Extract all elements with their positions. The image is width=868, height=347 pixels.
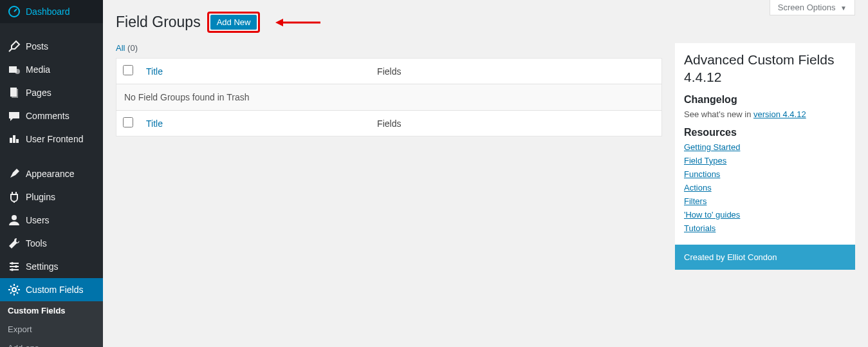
- sidebar-item-settings[interactable]: Settings: [0, 255, 103, 278]
- info-panel: Advanced Custom Fields 4.4.12 Changelog …: [675, 43, 855, 270]
- col-fields-footer: Fields: [371, 111, 661, 136]
- sidebar-item-custom-fields[interactable]: Custom Fields: [0, 278, 103, 301]
- dashboard-icon: [8, 5, 21, 18]
- tools-icon: [8, 237, 21, 250]
- page-title: Field Groups: [116, 14, 201, 31]
- changelog-version-link[interactable]: version 4.4.12: [753, 109, 806, 119]
- annotation-highlight: Add New: [207, 12, 261, 33]
- sidebar-label: Pages: [26, 88, 51, 98]
- sidebar-submenu: Custom Fields Export Add-ons: [0, 301, 103, 347]
- changelog-prefix: See what's new in: [684, 109, 753, 119]
- changelog-text: See what's new in version 4.4.12: [684, 109, 846, 119]
- svg-point-12: [11, 262, 14, 265]
- sidebar-label: User Frontend: [26, 134, 83, 144]
- panel-credit: Created by Elliot Condon: [675, 245, 855, 270]
- appearance-icon: [8, 167, 21, 180]
- sidebar-label: Settings: [26, 261, 59, 272]
- resources-heading: Resources: [684, 127, 846, 138]
- sidebar-label: Plugins: [26, 192, 55, 202]
- sidebar-item-pages[interactable]: Pages: [0, 81, 103, 104]
- screen-options-label: Screen Options: [778, 3, 836, 12]
- resource-link-actions[interactable]: Actions: [684, 183, 712, 192]
- filter-all-link[interactable]: All: [116, 43, 125, 53]
- resource-link-filters[interactable]: Filters: [684, 196, 706, 206]
- field-groups-table: Title Fields No Field Groups found in Tr…: [116, 58, 662, 136]
- media-icon: [8, 63, 21, 76]
- resources-list: Getting Started Field Types Functions Ac…: [684, 142, 846, 233]
- resource-link-getting-started[interactable]: Getting Started: [684, 142, 740, 152]
- select-all-checkbox-top[interactable]: [123, 65, 133, 75]
- resource-link-tutorials[interactable]: Tutorials: [684, 223, 716, 233]
- frontend-icon: [8, 133, 21, 145]
- table-empty-row: No Field Groups found in Trash: [116, 84, 662, 111]
- submenu-export[interactable]: Export: [0, 320, 103, 339]
- col-title-sort[interactable]: Title: [146, 66, 163, 77]
- sidebar-item-plugins[interactable]: Plugins: [0, 185, 103, 209]
- plugins-icon: [8, 191, 21, 203]
- sidebar-item-media[interactable]: Media: [0, 58, 103, 81]
- pages-icon: [8, 86, 21, 99]
- resource-link-functions[interactable]: Functions: [684, 169, 720, 179]
- sidebar-item-tools[interactable]: Tools: [0, 232, 103, 255]
- sidebar-item-user-frontend[interactable]: User Frontend: [0, 127, 103, 151]
- settings-icon: [8, 260, 21, 273]
- empty-message: No Field Groups found in Trash: [116, 84, 662, 111]
- sidebar-label: Users: [26, 215, 50, 225]
- sidebar-label: Posts: [26, 41, 48, 52]
- submenu-custom-fields[interactable]: Custom Fields: [0, 301, 103, 320]
- sidebar-label: Dashboard: [26, 6, 70, 17]
- screen-options-toggle[interactable]: Screen Options ▼: [770, 0, 855, 15]
- svg-rect-5: [10, 138, 12, 143]
- filter-links: All (0): [116, 43, 662, 53]
- sidebar-label: Media: [26, 64, 50, 75]
- col-title-sort-bottom[interactable]: Title: [146, 118, 163, 129]
- sidebar-item-appearance[interactable]: Appearance: [0, 162, 103, 185]
- panel-title: Advanced Custom Fields 4.4.12: [684, 51, 846, 86]
- sidebar-label: Tools: [26, 238, 47, 249]
- sidebar-item-dashboard[interactable]: Dashboard: [0, 0, 103, 23]
- sidebar-item-comments[interactable]: Comments: [0, 104, 103, 127]
- sidebar-item-posts[interactable]: Posts: [0, 35, 103, 58]
- users-icon: [8, 214, 21, 227]
- svg-point-13: [15, 265, 17, 268]
- comments-icon: [8, 109, 21, 122]
- sidebar-label: Custom Fields: [26, 285, 83, 295]
- sidebar-label: Appearance: [26, 169, 75, 179]
- resource-link-field-types[interactable]: Field Types: [684, 156, 726, 165]
- chevron-down-icon: ▼: [840, 5, 847, 12]
- changelog-heading: Changelog: [684, 94, 846, 106]
- svg-rect-4: [12, 89, 18, 98]
- submenu-add-ons[interactable]: Add-ons: [0, 339, 103, 347]
- svg-rect-6: [13, 135, 15, 143]
- main-content: Screen Options ▼ Field Groups Add New Al…: [103, 0, 868, 347]
- sidebar-label: Comments: [26, 111, 69, 121]
- svg-point-2: [15, 69, 20, 74]
- svg-point-14: [11, 268, 14, 271]
- svg-point-8: [12, 215, 17, 220]
- svg-point-15: [12, 288, 16, 292]
- resource-link-howto[interactable]: 'How to' guides: [684, 210, 740, 220]
- annotation-arrow: [275, 16, 320, 29]
- svg-rect-7: [16, 139, 19, 143]
- admin-sidebar: Dashboard Posts Media Pages Comments Use…: [0, 0, 103, 347]
- col-fields-header: Fields: [371, 59, 661, 84]
- gear-icon: [8, 283, 21, 296]
- select-all-checkbox-bottom[interactable]: [123, 117, 133, 127]
- add-new-button[interactable]: Add New: [210, 15, 257, 30]
- svg-marker-17: [275, 19, 283, 26]
- filter-all-count: (0): [127, 43, 138, 53]
- pin-icon: [8, 40, 21, 53]
- sidebar-item-users[interactable]: Users: [0, 209, 103, 232]
